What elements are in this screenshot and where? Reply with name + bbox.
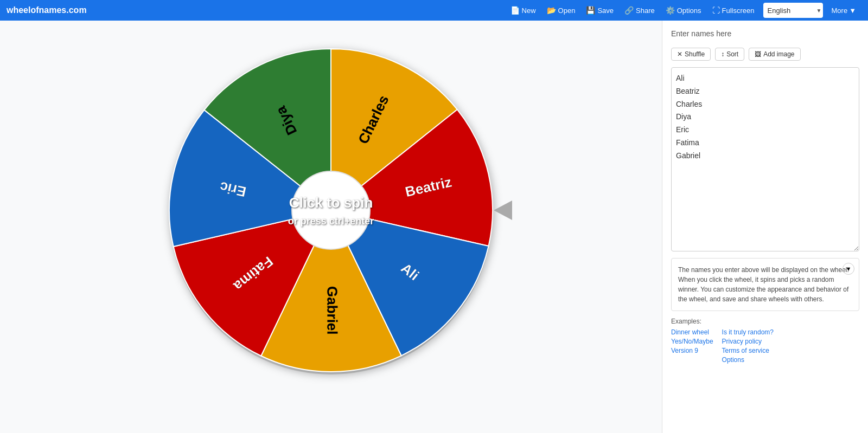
save-icon: 💾 [586, 6, 595, 15]
language-select[interactable]: English [763, 3, 823, 18]
options-button[interactable]: ⚙️ Options [660, 0, 707, 21]
shuffle-button[interactable]: ✕ Shuffle [671, 48, 711, 61]
options-icon: ⚙️ [666, 6, 675, 15]
shuffle-icon: ✕ [677, 50, 682, 58]
more-button[interactable]: More ▼ [826, 0, 862, 21]
add-image-button[interactable]: 🖼 Add image [749, 48, 800, 61]
examples-col-right: Is it truly random?Privacy policyTerms o… [722, 328, 774, 364]
sort-icon: ↕ [721, 50, 724, 58]
wheel-area: CharlesBeatrizAliGabrielFatimaEricDiya C… [0, 21, 662, 400]
names-textarea[interactable] [671, 67, 859, 251]
svg-point-8 [292, 171, 370, 249]
examples-columns: Dinner wheelYes/No/MaybeVersion 9 Is it … [671, 328, 859, 364]
sort-button[interactable]: ↕ Sort [715, 48, 744, 61]
wheel-pointer [494, 201, 512, 220]
fullscreen-icon: ⛶ [712, 6, 720, 15]
svg-text:Gabriel: Gabriel [324, 286, 340, 335]
new-icon: 📄 [510, 6, 520, 15]
examples-col-left: Dinner wheelYes/No/MaybeVersion 9 [671, 328, 713, 364]
example-link[interactable]: Privacy policy [722, 338, 774, 345]
fullscreen-button[interactable]: ⛶ Fullscreen [707, 0, 760, 21]
info-box: The names you enter above will be displa… [671, 258, 859, 311]
open-button[interactable]: 📂 Open [541, 0, 581, 21]
enter-names-label: Enter names here [671, 29, 859, 38]
example-link[interactable]: Version 9 [671, 347, 713, 354]
new-button[interactable]: 📄 New [505, 0, 541, 21]
examples-label: Examples: [671, 318, 859, 325]
example-link[interactable]: Dinner wheel [671, 328, 713, 336]
example-link[interactable]: Options [722, 356, 774, 364]
main-content: CharlesBeatrizAliGabrielFatimaEricDiya C… [0, 21, 868, 433]
save-button[interactable]: 💾 Save [580, 0, 619, 21]
logo: wheelofnames.com [7, 5, 87, 15]
info-text: The names you enter above will be displa… [678, 266, 849, 303]
example-link[interactable]: Is it truly random? [722, 328, 774, 336]
open-icon: 📂 [547, 6, 556, 15]
wheel-container[interactable]: CharlesBeatrizAliGabrielFatimaEricDiya C… [157, 37, 505, 384]
share-icon: 🔗 [624, 6, 634, 15]
language-selector-wrapper: English [760, 3, 826, 18]
names-toolbar: ✕ Shuffle ↕ Sort 🖼 Add image [671, 48, 859, 61]
more-chevron-icon: ▼ [849, 7, 856, 15]
add-image-icon: 🖼 [755, 50, 761, 58]
share-button[interactable]: 🔗 Share [619, 0, 660, 21]
wheel-svg[interactable]: CharlesBeatrizAliGabrielFatimaEricDiya [157, 37, 505, 384]
example-link[interactable]: Terms of service [722, 347, 774, 354]
right-panel: Enter names here ✕ Shuffle ↕ Sort 🖼 Add … [662, 21, 868, 433]
example-link[interactable]: Yes/No/Maybe [671, 338, 713, 345]
examples-section: Examples: Dinner wheelYes/No/MaybeVersio… [671, 318, 859, 364]
header: wheelofnames.com 📄 New 📂 Open 💾 Save 🔗 S… [0, 0, 868, 21]
info-expand-button[interactable]: ▼ [843, 263, 854, 275]
